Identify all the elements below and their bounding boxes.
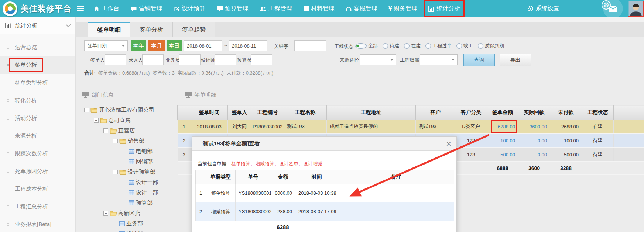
modal-table-row[interactable]: 1签单预算YS18080300016000.002018-08-03 10:38 — [196, 184, 454, 202]
cell[interactable]: 100.00 — [487, 134, 518, 148]
col-5[interactable]: 工程地址 — [327, 105, 416, 120]
sidebar-item-2[interactable]: 签单分析 — [0, 56, 75, 74]
date-type-select[interactable]: 签单日期 — [84, 40, 128, 51]
status-radio-6[interactable]: 质保到期 — [478, 42, 504, 49]
tree-node-6[interactable]: 网销部 — [82, 156, 177, 167]
cell[interactable]: 0.00 — [518, 134, 550, 148]
nav-item-gear[interactable]: 系统设置 — [527, 4, 559, 14]
close-icon[interactable]: × — [446, 140, 451, 148]
annotated-amount[interactable]: 6288.00 — [498, 124, 515, 129]
cell[interactable]: 500.00 — [487, 148, 518, 162]
filter-input-5[interactable] — [251, 54, 272, 65]
filter-input-1[interactable] — [105, 54, 126, 65]
caret-down-icon — [452, 59, 455, 62]
sidebar-item-4[interactable]: 转化分析 — [0, 91, 75, 109]
sidebar-item-11[interactable]: 业务报表[Beta] — [0, 215, 75, 232]
tab-3[interactable]: 签单趋势 — [173, 22, 215, 37]
tree-expander-icon[interactable]: − — [103, 211, 108, 216]
nav-item-home[interactable]: 工作台 — [93, 4, 120, 14]
menu-toggle-icon[interactable] — [77, 5, 84, 13]
col-10[interactable]: 未付款 — [550, 105, 582, 120]
tree-node-12[interactable]: 业务部 — [82, 218, 177, 229]
totals-cell — [455, 162, 487, 175]
sidebar-item-8[interactable]: 死单原因分析 — [0, 162, 75, 180]
keyword-input[interactable] — [294, 40, 326, 51]
status-label: 工程状态 — [334, 43, 353, 50]
tree-node-9[interactable]: 设计二部 — [82, 187, 177, 198]
tree-node-3[interactable]: −直营店 — [82, 125, 177, 136]
status-radio-4[interactable]: 工程过半 — [425, 42, 452, 49]
col-6[interactable]: 客户 — [416, 105, 455, 120]
sidebar-item-1[interactable]: 运营总览 — [0, 38, 75, 56]
avatar[interactable] — [628, 1, 644, 17]
modal-table-row[interactable]: 2增减预算YS1808030002288.002018-08-07 17:09 — [196, 202, 454, 221]
status-radio-1[interactable]: 全部 — [355, 42, 378, 49]
quick-date-button-3[interactable]: 本日 — [167, 40, 182, 51]
nav-item-chat[interactable]: 营销管理 — [130, 4, 163, 14]
col-8[interactable]: 签单金额 — [487, 105, 518, 120]
radio-icon — [425, 43, 431, 49]
col-3[interactable]: 工程编号 — [251, 105, 284, 120]
tree-node-1[interactable]: −开心装饰工程有限公司 — [82, 105, 177, 115]
bullet-icon — [7, 64, 9, 66]
tree-expander-icon[interactable]: − — [113, 139, 118, 143]
status-radio-5[interactable]: 竣工 — [456, 42, 473, 49]
status-radio-2[interactable]: 待建 — [383, 42, 399, 49]
nav-item-users[interactable]: 工程管理 — [259, 4, 292, 14]
filter-input-4[interactable] — [215, 54, 236, 65]
nav-item-edit[interactable]: 设计预算 — [173, 4, 206, 14]
cell[interactable]: 3600.00 — [518, 120, 550, 134]
tree-node-label: 预算部 — [136, 200, 153, 207]
tree-expander-icon[interactable]: − — [94, 118, 99, 123]
table-row[interactable]: 12018-08-03刘大同P1808030002测试193成都了适当放宽是假的… — [178, 120, 644, 134]
col-1[interactable]: 签单时间 — [191, 105, 228, 120]
cell: 2018-08-03 — [191, 120, 228, 134]
tree-node-11[interactable]: −高新区店 — [82, 208, 177, 218]
sidebar-section-header[interactable]: 统计分析 — [0, 17, 75, 34]
col-9[interactable]: 实际回款 — [518, 105, 550, 120]
sidebar-item-10[interactable]: 工程汇总分析 — [0, 198, 75, 215]
tree-node-7[interactable]: −设计预算部 — [82, 167, 177, 177]
filter-input-3[interactable] — [179, 54, 201, 65]
tree-node-8[interactable]: 设计一部 — [82, 177, 177, 187]
col-11[interactable]: 工程状态 — [582, 105, 614, 120]
col-7[interactable]: 客户分类 — [455, 105, 487, 120]
nav-item-headset[interactable]: 客服管理 — [345, 4, 378, 14]
date-from-value: 2018-08-01 — [187, 43, 212, 49]
col-4[interactable]: 工程名称 — [284, 105, 327, 120]
search-button[interactable]: 查询 — [463, 54, 495, 66]
cell[interactable]: 0.00 — [518, 148, 550, 162]
tree-expander-icon[interactable]: − — [103, 128, 108, 133]
filter-input-2[interactable] — [142, 54, 164, 65]
nav-item-grid[interactable]: 材料管理 — [303, 4, 335, 14]
tree-expander-icon[interactable]: − — [113, 170, 118, 174]
ownership-select[interactable] — [420, 54, 458, 65]
nav-item-chart[interactable]: 统计分析 — [428, 4, 460, 14]
date-to-input[interactable]: 2018-08-11 — [229, 40, 267, 51]
cell[interactable]: 6288.00 — [487, 120, 518, 134]
sidebar-item-6[interactable]: 来源分析 — [0, 127, 75, 145]
tree-node-4[interactable]: −销售部 — [82, 136, 177, 146]
sidebar-item-3[interactable]: 签单类型分析 — [0, 74, 75, 91]
quick-date-button-1[interactable]: 本年 — [131, 40, 146, 51]
export-button[interactable]: 导出 — [500, 54, 531, 66]
tree-node-2[interactable]: −总司直属 — [82, 115, 177, 125]
status-radio-3[interactable]: 在建 — [404, 42, 421, 49]
tree-node-13[interactable]: 设计部 — [82, 229, 177, 232]
sidebar-item-label: 工程汇总分析 — [15, 203, 48, 210]
date-from-input[interactable]: 2018-08-01 — [184, 40, 222, 51]
tab-1[interactable]: 签单明细 — [88, 22, 130, 37]
col-2[interactable]: 签单人 — [228, 105, 251, 120]
nav-item-yen[interactable]: ¥财务管理 — [388, 4, 418, 14]
tree-node-5[interactable]: 电销部 — [82, 146, 177, 156]
sidebar-item-5[interactable]: 活动分析 — [0, 109, 75, 127]
quick-date-button-2[interactable]: 本月 — [148, 40, 165, 51]
tree-expander-icon[interactable]: − — [84, 108, 89, 112]
nav-item-monitor[interactable]: 预算管理 — [216, 4, 249, 14]
sidebar-item-7[interactable]: 跟踪次数分析 — [0, 145, 75, 162]
tab-2[interactable]: 签单分析 — [130, 22, 173, 37]
sidebar-item-9[interactable]: 工程成本分析 — [0, 180, 75, 198]
source-select[interactable] — [360, 54, 396, 65]
messages-button[interactable]: 99 — [603, 0, 623, 17]
tree-node-10[interactable]: 预算部 — [82, 198, 177, 208]
